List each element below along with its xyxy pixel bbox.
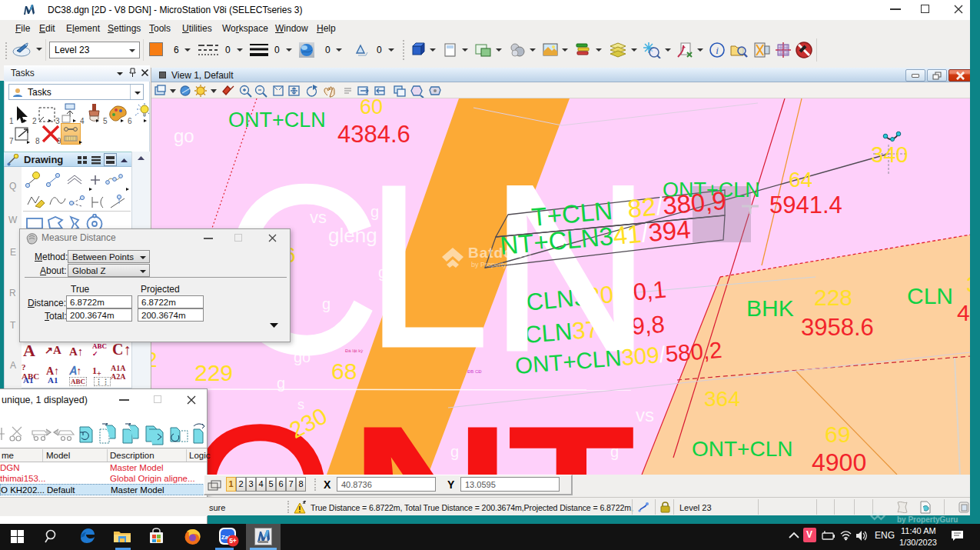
svg-text:i: i [716, 45, 719, 56]
svg-text:5+: 5+ [229, 537, 237, 545]
